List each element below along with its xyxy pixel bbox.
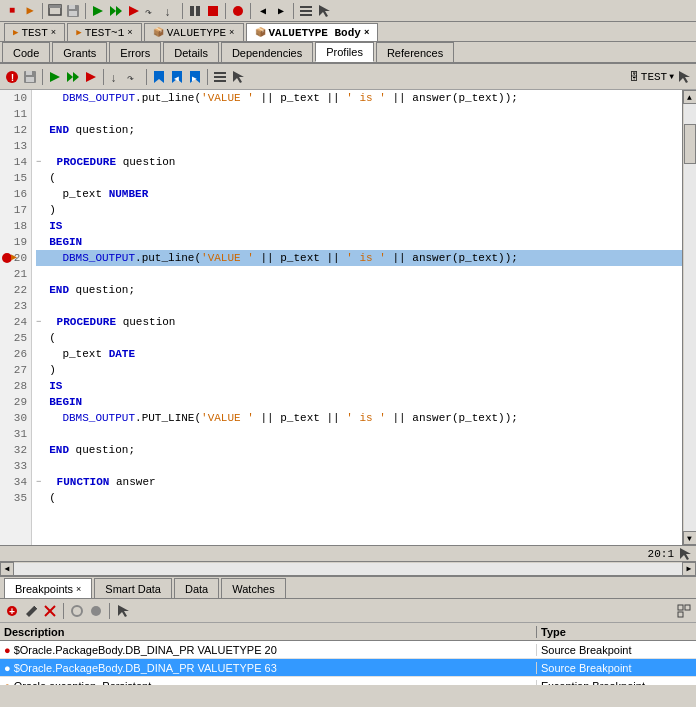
fold-icon-14[interactable]: − xyxy=(36,154,41,170)
horizontal-scrollbar[interactable]: ◀ ▶ xyxy=(0,561,696,575)
code-line-25[interactable]: ( xyxy=(36,330,682,346)
bookmark-icon[interactable] xyxy=(151,69,167,85)
window-icon[interactable] xyxy=(47,3,63,19)
run-small-icon[interactable] xyxy=(65,69,81,85)
bottom-tab-watches[interactable]: Watches xyxy=(221,578,285,598)
code-content[interactable]: DBMS_OUTPUT.put_line('VALUE ' || p_text … xyxy=(32,90,682,545)
context-small-icon[interactable] xyxy=(230,69,246,85)
code-line-12[interactable]: END question; xyxy=(36,122,682,138)
scroll-thumb[interactable] xyxy=(684,124,696,164)
code-line-27[interactable]: ) xyxy=(36,362,682,378)
code-line-10[interactable]: DBMS_OUTPUT.put_line('VALUE ' || p_text … xyxy=(36,90,682,106)
nav-tab-errors[interactable]: Errors xyxy=(109,42,161,62)
h-scroll-track[interactable] xyxy=(14,563,682,575)
tab-valuetype-body[interactable]: 📦 VALUETYPE Body × xyxy=(246,23,379,41)
debug-small-icon[interactable] xyxy=(83,69,99,85)
prev-bookmark-icon[interactable]: ◀ xyxy=(169,69,185,85)
code-line-28[interactable]: IS xyxy=(36,378,682,394)
code-line-18[interactable]: IS xyxy=(36,218,682,234)
bp-row-1[interactable]: ● $Oracle.PackageBody.DB_DINA_PR VALUETY… xyxy=(0,659,696,677)
nav-tab-details[interactable]: Details xyxy=(163,42,219,62)
code-line-16[interactable]: p_text NUMBER xyxy=(36,186,682,202)
code-line-34[interactable]: − FUNCTION answer xyxy=(36,474,682,490)
code-line-26[interactable]: p_text DATE xyxy=(36,346,682,362)
tab-valuetype[interactable]: 📦 VALUETYPE × xyxy=(144,23,244,41)
step-in-icon[interactable]: ↓ xyxy=(162,3,178,19)
scroll-track[interactable] xyxy=(684,104,696,531)
fold-icon-24[interactable]: − xyxy=(36,314,41,330)
scroll-right-btn[interactable]: ▶ xyxy=(682,562,696,576)
bp-layout-icon[interactable] xyxy=(676,603,692,619)
tab-valuetype-close[interactable]: × xyxy=(229,28,234,38)
schema-selector[interactable]: 🗄 TEST ▼ xyxy=(629,71,674,83)
disable-bp-icon[interactable] xyxy=(88,603,104,619)
schema-btn-icon[interactable] xyxy=(676,69,692,85)
tab-test1-close[interactable]: × xyxy=(127,28,132,38)
code-line-23[interactable] xyxy=(36,298,682,314)
list-small-icon[interactable] xyxy=(212,69,228,85)
code-line-31[interactable] xyxy=(36,426,682,442)
fold-icon-34[interactable]: − xyxy=(36,474,41,490)
save-small-icon[interactable] xyxy=(22,69,38,85)
nav-tab-code[interactable]: Code xyxy=(2,42,50,62)
code-line-22[interactable]: END question; xyxy=(36,282,682,298)
edit-bp-icon[interactable] xyxy=(23,603,39,619)
compile-small-icon[interactable] xyxy=(47,69,63,85)
code-line-13[interactable] xyxy=(36,138,682,154)
tab-test[interactable]: ▶ TEST × xyxy=(4,23,65,41)
step-over-icon[interactable]: ↷ xyxy=(144,3,160,19)
add-bp-icon[interactable]: + xyxy=(4,603,20,619)
enable-bp-icon[interactable] xyxy=(69,603,85,619)
tab-valuetype-body-close[interactable]: × xyxy=(364,28,369,38)
compile-icon[interactable] xyxy=(90,3,106,19)
tab-test-close[interactable]: × xyxy=(51,28,56,38)
statusbar-icon[interactable] xyxy=(678,547,692,561)
stop-icon[interactable] xyxy=(205,3,221,19)
run-all-icon[interactable] xyxy=(108,3,124,19)
code-line-11[interactable] xyxy=(36,106,682,122)
vertical-scrollbar[interactable]: ▲ ▼ xyxy=(682,90,696,545)
code-line-24[interactable]: − PROCEDURE question xyxy=(36,314,682,330)
bottom-tab-smart-data[interactable]: Smart Data xyxy=(94,578,172,598)
nav-tab-dependencies[interactable]: Dependencies xyxy=(221,42,313,62)
nav-tab-profiles[interactable]: Profiles xyxy=(315,42,374,62)
bottom-tab-data[interactable]: Data xyxy=(174,578,219,598)
error-icon[interactable]: ! xyxy=(4,69,20,85)
nav-tab-grants[interactable]: Grants xyxy=(52,42,107,62)
scroll-left-btn[interactable]: ◀ xyxy=(0,562,14,576)
code-line-33[interactable] xyxy=(36,458,682,474)
bp-row-2[interactable]: ● Oracle exception, Persistent Exception… xyxy=(0,677,696,685)
code-line-15[interactable]: ( xyxy=(36,170,682,186)
code-line-35[interactable]: ( xyxy=(36,490,682,506)
code-line-30[interactable]: DBMS_OUTPUT.PUT_LINE('VALUE ' || p_text … xyxy=(36,410,682,426)
cursor-icon[interactable] xyxy=(316,3,332,19)
scroll-down-btn[interactable]: ▼ xyxy=(683,531,697,545)
nav-tab-references[interactable]: References xyxy=(376,42,454,62)
scroll-up-btn[interactable]: ▲ xyxy=(683,90,697,104)
code-line-17[interactable]: ) xyxy=(36,202,682,218)
red-square-icon[interactable]: ■ xyxy=(4,3,20,19)
code-line-20[interactable]: DBMS_OUTPUT.put_line('VALUE ' || p_text … xyxy=(36,250,682,266)
list-icon[interactable] xyxy=(298,3,314,19)
tab-test1[interactable]: ▶ TEST~1 × xyxy=(67,23,141,41)
code-line-21[interactable] xyxy=(36,266,682,282)
step-over-small-icon[interactable]: ↷ xyxy=(126,69,142,85)
code-line-14[interactable]: − PROCEDURE question xyxy=(36,154,682,170)
bp-options-icon[interactable] xyxy=(115,603,131,619)
breakpoint-icon[interactable] xyxy=(230,3,246,19)
bottom-tab-breakpoints[interactable]: Breakpoints × xyxy=(4,578,92,598)
code-line-32[interactable]: END question; xyxy=(36,442,682,458)
debug-icon[interactable] xyxy=(126,3,142,19)
step-in-small-icon[interactable]: ↓ xyxy=(108,69,124,85)
breakpoints-tab-close[interactable]: × xyxy=(76,584,81,594)
pause-icon[interactable] xyxy=(187,3,203,19)
next-bookmark-icon[interactable]: ▶ xyxy=(187,69,203,85)
save-icon[interactable] xyxy=(65,3,81,19)
orange-arrow-icon[interactable]: ▶ xyxy=(22,3,38,19)
bp-row-0[interactable]: ● $Oracle.PackageBody.DB_DINA_PR VALUETY… xyxy=(0,641,696,659)
delete-bp-icon[interactable] xyxy=(42,603,58,619)
code-line-29[interactable]: BEGIN xyxy=(36,394,682,410)
code-line-19[interactable]: BEGIN xyxy=(36,234,682,250)
scroll-left-icon[interactable]: ◀ xyxy=(255,3,271,19)
scroll-right-icon[interactable]: ▶ xyxy=(273,3,289,19)
